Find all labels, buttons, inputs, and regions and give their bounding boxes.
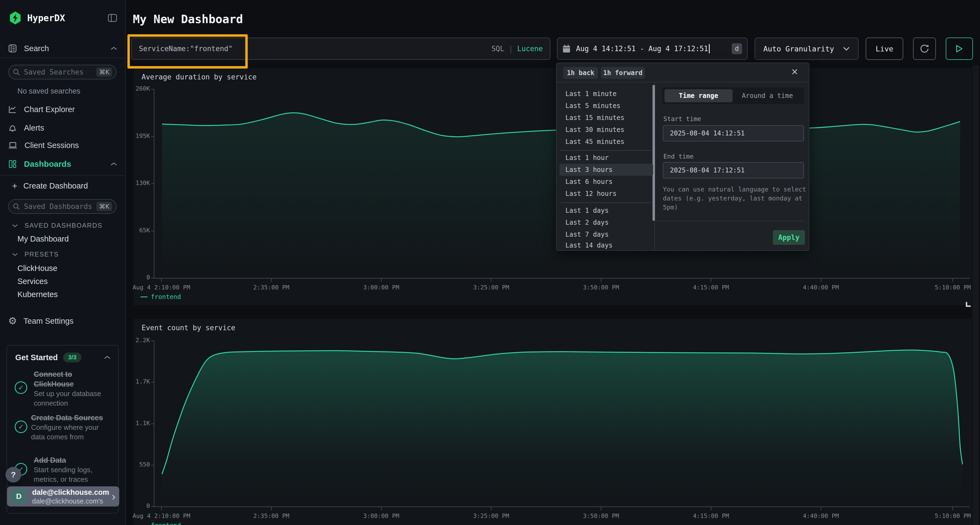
sidebar-item-dashboards[interactable]: Dashboards	[0, 157, 125, 171]
chart-card-avg-duration[interactable]: Average duration by service frontend 065…	[134, 68, 972, 305]
chart-explorer-label: Chart Explorer	[24, 105, 75, 114]
refresh-button[interactable]	[913, 38, 936, 60]
collapse-sidebar-icon[interactable]	[108, 14, 117, 22]
lucene-toggle[interactable]: Lucene	[517, 44, 543, 53]
granularity-select[interactable]: Auto Granularity	[755, 38, 859, 60]
profile-menu[interactable]: D dale@clickhouse.com dale@clickhouse.co…	[7, 486, 119, 506]
preset-last-15-minutes[interactable]: Last 15 minutes	[559, 112, 653, 124]
sidebar-item-clickhouse[interactable]: ClickHouse	[0, 262, 125, 275]
end-time-input[interactable]: 2025-08-04 17:12:51	[663, 162, 804, 178]
hyperdx-app: HyperDX Search Saved Searches ⌘K No save…	[0, 0, 980, 525]
shift-forward-button[interactable]: 1h forward	[601, 67, 645, 79]
chevron-up-icon[interactable]	[104, 355, 111, 359]
step-desc: Start sending logs, metrics, or traces	[34, 465, 110, 484]
sql-toggle[interactable]: SQL	[492, 44, 504, 53]
client-sessions-label: Client Sessions	[24, 141, 79, 150]
preset-last-1-days[interactable]: Last 1 days	[559, 205, 653, 217]
preset-last-12-hours[interactable]: Last 12 hours	[559, 188, 653, 200]
sidebar-item-kubernetes[interactable]: Kubernetes	[0, 288, 125, 301]
saved-dashboards-input[interactable]: Saved Dashboards ⌘K	[8, 199, 116, 214]
search-icon	[13, 203, 20, 210]
preset-last-30-minutes[interactable]: Last 30 minutes	[559, 124, 653, 136]
get-started-step-connect[interactable]: ✓ Connect to ClickHouse Set up your data…	[15, 370, 113, 408]
sidebar-item-services[interactable]: Services	[0, 275, 125, 288]
chart-plot-area	[154, 341, 970, 507]
x-axis-tick	[161, 506, 162, 510]
preset-last-1-minute[interactable]: Last 1 minute	[559, 88, 653, 100]
sidebar-item-chart-explorer[interactable]: Chart Explorer	[0, 102, 125, 116]
main-scrollbar[interactable]	[972, 65, 979, 525]
x-axis-tick-label: 4:40:00 PM	[772, 512, 870, 519]
presets-section-label: PRESETS	[24, 251, 59, 258]
preset-last-6-hours[interactable]: Last 6 hours	[559, 176, 653, 188]
y-axis-tick-label: 65K	[109, 227, 150, 234]
get-started-step-sources[interactable]: ✓ Create Data Sources Configure where yo…	[15, 413, 113, 442]
y-axis-tick	[151, 231, 154, 231]
preset-last-14-days[interactable]: Last 14 days	[559, 241, 653, 250]
legend-series-label: frontend	[151, 293, 181, 300]
app-title: HyperDX	[27, 13, 108, 24]
preset-last-2-days[interactable]: Last 2 days	[559, 217, 653, 228]
legend-series-label: frontend	[151, 522, 181, 525]
start-time-input[interactable]: 2025-08-04 14:12:51	[663, 125, 804, 141]
profile-email: dale@clickhouse.com	[32, 488, 112, 497]
preset-label: Last 1 minute	[565, 90, 617, 98]
shift-back-button[interactable]: 1h back	[563, 67, 598, 79]
services-label: Services	[18, 277, 48, 286]
chart-legend[interactable]: frontend	[140, 522, 181, 525]
sidebar-item-search[interactable]: Search	[0, 41, 125, 56]
start-time-value: 2025-08-04 14:12:51	[670, 130, 745, 137]
chevron-down-icon	[12, 224, 18, 227]
tab-time-range[interactable]: Time range	[665, 89, 733, 102]
y-axis-tick	[151, 341, 154, 341]
get-started-step-add-data[interactable]: ✓ Add Data Start sending logs, metrics, …	[15, 455, 113, 484]
x-axis-tick	[491, 278, 492, 282]
x-axis-tick-label: 2:35:00 PM	[223, 284, 320, 291]
x-axis-tick-label: 3:25:00 PM	[442, 284, 540, 291]
chart-legend[interactable]: frontend	[140, 293, 181, 300]
preset-label: Last 1 hour	[565, 154, 609, 162]
y-axis-tick	[151, 89, 154, 89]
sidebar-item-team-settings[interactable]: ⚙ Team Settings	[0, 313, 125, 328]
step-title: Connect to ClickHouse	[34, 370, 102, 389]
preset-last-3-hours-selected[interactable]: Last 3 hours	[559, 164, 653, 176]
preset-last-5-minutes[interactable]: Last 5 minutes	[559, 100, 653, 112]
x-axis-tick-label: 3:50:00 PM	[552, 512, 650, 519]
presets-section-toggle[interactable]: PRESETS	[0, 248, 125, 260]
tab-label: Around a time	[742, 92, 793, 100]
gear-icon: ⚙	[8, 316, 17, 326]
sidebar-item-my-dashboard[interactable]: My Dashboard	[0, 232, 125, 245]
close-icon[interactable]: ×	[791, 65, 798, 78]
tab-around-a-time[interactable]: Around a time	[733, 89, 802, 102]
x-axis-tick-label: 3:00:00 PM	[332, 512, 430, 519]
check-icon: ✓	[15, 381, 27, 394]
run-query-button[interactable]	[946, 38, 973, 60]
play-icon	[956, 44, 963, 53]
search-section-icon	[8, 44, 17, 53]
x-axis-tick	[953, 506, 953, 510]
x-axis-tick	[271, 278, 272, 282]
query-value: ServiceName:"frontend"	[139, 44, 492, 53]
preset-last-1-hour[interactable]: Last 1 hour	[559, 152, 653, 164]
help-button[interactable]: ?	[5, 467, 21, 482]
preset-last-45-minutes[interactable]: Last 45 minutes	[559, 136, 653, 148]
query-input[interactable]: ServiceName:"frontend" SQL | Lucene	[131, 38, 550, 60]
saved-dashboards-section-toggle[interactable]: SAVED DASHBOARDS	[0, 219, 125, 232]
x-axis-tick-label: 5:10:00 PM	[904, 512, 980, 519]
preset-last-7-days[interactable]: Last 7 days	[559, 228, 653, 241]
create-dashboard-button[interactable]: + Create Dashboard	[0, 179, 125, 193]
x-axis-tick	[601, 278, 601, 282]
y-axis-tick-label: 1.1K	[109, 420, 150, 427]
saved-searches-input[interactable]: Saved Searches ⌘K	[8, 65, 116, 79]
sidebar-item-alerts[interactable]: Alerts	[0, 121, 125, 135]
preset-divider	[560, 150, 651, 151]
x-axis-tick-label: 3:50:00 PM	[552, 284, 650, 291]
y-axis-tick	[151, 423, 154, 424]
chart-card-event-count[interactable]: Event count by service frontend 05501.1K…	[134, 319, 972, 525]
sidebar-item-client-sessions[interactable]: Client Sessions	[0, 138, 125, 152]
live-button[interactable]: Live	[865, 38, 903, 60]
resize-handle-icon[interactable]	[966, 302, 971, 307]
step-title: Create Data Sources	[31, 413, 113, 423]
time-range-input[interactable]: Aug 4 14:12:51 - Aug 4 17:12:51 d	[557, 38, 748, 60]
apply-button[interactable]: Apply	[773, 230, 805, 245]
